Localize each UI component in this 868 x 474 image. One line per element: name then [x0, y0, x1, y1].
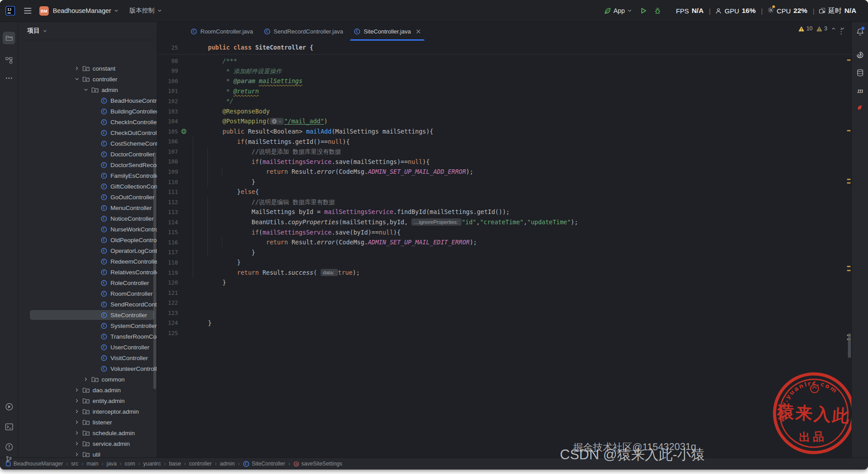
structure-icon[interactable]: [3, 54, 15, 67]
debug-button-icon[interactable]: [654, 7, 661, 15]
project-folder-icon[interactable]: [3, 32, 15, 44]
code-line-122[interactable]: 122: [157, 298, 851, 308]
code-line-105[interactable]: 105 public Result<Boolean> mailAdd(MailS…: [157, 126, 851, 137]
tree-item-BeadHouseController[interactable]: CBeadHouseController: [18, 95, 157, 106]
sticky-header-line[interactable]: 25public class SiteController {: [157, 41, 851, 55]
chevron-right-icon[interactable]: [74, 398, 82, 404]
more-icon[interactable]: [3, 72, 15, 84]
project-panel-header[interactable]: 项目: [18, 22, 157, 40]
tree-item-entity.admin[interactable]: entity.admin: [18, 395, 157, 406]
tree-item-CheckOutController[interactable]: CCheckOutController: [18, 127, 157, 138]
vcs-widget[interactable]: 版本控制: [130, 7, 162, 15]
tree-item-admin[interactable]: admin: [18, 84, 157, 95]
code-line-120[interactable]: 120 }: [157, 277, 851, 288]
tab-SendRecordController.java[interactable]: CSendRecordController.java: [258, 22, 348, 41]
chevron-down-icon[interactable]: [74, 76, 82, 82]
code-line-25[interactable]: 25public class SiteController {: [157, 42, 313, 53]
tree-item-util[interactable]: util: [18, 449, 157, 457]
tree-item-NoticeController[interactable]: CNoticeController: [18, 213, 157, 224]
project-selector[interactable]: BeadhouseManager: [53, 7, 119, 14]
code-viewport[interactable]: 98 /***99 * 添加邮件设置操作100 * @param mailSet…: [157, 56, 851, 338]
code-line-121[interactable]: 121: [157, 288, 851, 298]
code-line-119[interactable]: 119 return Result.success( data: true);: [157, 268, 851, 278]
close-tab-icon[interactable]: [416, 29, 421, 34]
chevron-right-icon[interactable]: [74, 65, 82, 71]
chevron-right-icon[interactable]: [74, 430, 82, 436]
code-line-124[interactable]: 124}: [157, 318, 851, 328]
warnings-group[interactable]: 10: [798, 25, 813, 32]
chevron-right-icon[interactable]: [74, 451, 82, 457]
tree-item-service.admin[interactable]: service.admin: [18, 438, 157, 449]
git-branch-icon[interactable]: [3, 453, 15, 466]
tree-item-OldPeopleController[interactable]: COldPeopleController: [18, 235, 157, 245]
code-line-106[interactable]: 106 if(mailSettings.getId()==null){: [157, 137, 851, 147]
tree-item-DoctorController[interactable]: CDoctorController: [18, 149, 157, 159]
tree-item-SiteController[interactable]: CSiteController: [18, 310, 157, 320]
breadcrumb-controller[interactable]: controller: [189, 461, 212, 467]
code-line-113[interactable]: 113 MailSettings byId = mailSettingsServ…: [157, 207, 851, 217]
chevron-right-icon[interactable]: [74, 408, 82, 415]
tree-item-CostSchemeController[interactable]: CCostSchemeController: [18, 138, 157, 149]
problems-icon[interactable]: [3, 440, 15, 453]
chevron-down-icon[interactable]: [83, 87, 91, 93]
code-line-102[interactable]: 102 */: [157, 96, 851, 106]
tree-item-OperatorLogController[interactable]: COperatorLogController: [18, 245, 157, 256]
breadcrumb-saveSiteSettings[interactable]: msaveSiteSettings: [293, 461, 343, 467]
tree-item-common[interactable]: common: [18, 374, 157, 385]
tree-item-MenuController[interactable]: CMenuController: [18, 202, 157, 213]
chevron-right-icon[interactable]: [83, 376, 91, 382]
tree-item-UserController[interactable]: CUserController: [18, 342, 157, 352]
tree-item-RedeemController[interactable]: CRedeemController: [18, 256, 157, 267]
weak-warnings-group[interactable]: 3: [816, 25, 827, 32]
code-line-116[interactable]: 116 return Result.error(CodeMsg.ADMIN_SE…: [157, 237, 851, 247]
editor-area[interactable]: CRoomController.javaCSendRecordControlle…: [157, 22, 851, 457]
next-problem-icon[interactable]: [840, 26, 845, 31]
tree-item-schedule.admin[interactable]: schedule.admin: [18, 428, 157, 438]
tree-item-interceptor.admin[interactable]: interceptor.admin: [18, 406, 157, 417]
tree-item-GiftCollectionController[interactable]: CGiftCollectionController: [18, 181, 157, 192]
tree-item-NurseWorkController[interactable]: CNurseWorkController: [18, 224, 157, 235]
tree-item-RoomController[interactable]: CRoomController: [18, 288, 157, 299]
tree-item-TransferRoomController[interactable]: CTransferRoomController: [18, 331, 157, 342]
tree-item-VisitController[interactable]: CVisitController: [18, 352, 157, 363]
code-line-98[interactable]: 98 /***: [157, 56, 851, 66]
code-line-125[interactable]: 125: [157, 328, 851, 338]
editor-scrollbar-thumb[interactable]: [848, 333, 851, 358]
chevron-right-icon[interactable]: [74, 440, 82, 447]
breadcrumb-yuanlrc[interactable]: yuanlrc: [143, 461, 161, 467]
code-line-123[interactable]: 123: [157, 308, 851, 318]
tree-item-SendRecordController[interactable]: CSendRecordController: [18, 299, 157, 310]
run-button-icon[interactable]: [640, 7, 647, 14]
code-line-108[interactable]: 108 if(mailSettingsService.save(mailSett…: [157, 157, 851, 167]
notifications-icon[interactable]: [854, 25, 866, 38]
spring-icon[interactable]: [854, 49, 866, 61]
code-line-109[interactable]: 109 return Result.error(CodeMsg.ADMIN_SE…: [157, 167, 851, 177]
code-line-100[interactable]: 100 * @param mailSettings: [157, 76, 851, 86]
tab-RoomController.java[interactable]: CRoomController.java: [185, 22, 258, 41]
code-line-117[interactable]: 117 }: [157, 247, 851, 258]
tree-item-VolunteerController[interactable]: CVolunteerController: [18, 363, 157, 374]
breadcrumb-admin[interactable]: admin: [220, 461, 235, 467]
tree-item-FamilyEsController[interactable]: CFamilyEsController: [18, 170, 157, 181]
tree-item-controller[interactable]: controller: [18, 74, 157, 84]
code-line-103[interactable]: 103 @ResponseBody: [157, 106, 851, 117]
code-line-118[interactable]: 118 }: [157, 257, 851, 268]
breadcrumb-com[interactable]: com: [125, 461, 135, 467]
endpoint-globe-inlay[interactable]: [270, 118, 284, 125]
plugin-icon[interactable]: [854, 101, 866, 114]
tree-item-BuildingController[interactable]: CBuildingController: [18, 106, 157, 117]
tree-item-constant[interactable]: constant: [18, 63, 157, 74]
tree-item-CheckInController[interactable]: CCheckInController: [18, 117, 157, 127]
tab-SiteController.java[interactable]: CSiteController.java: [348, 22, 426, 41]
chevron-right-icon[interactable]: [74, 387, 82, 393]
tree-item-GoOutController[interactable]: CGoOutController: [18, 192, 157, 202]
inspections-widget[interactable]: 10 3: [798, 22, 845, 35]
services-run-icon[interactable]: [3, 400, 15, 413]
run-configuration-selector[interactable]: App: [604, 7, 633, 15]
breadcrumb-base[interactable]: base: [169, 461, 181, 467]
code-line-99[interactable]: 99 * 添加邮件设置操作: [157, 66, 851, 76]
tree-item-RelativesController[interactable]: CRelativesController: [18, 267, 157, 277]
terminal-icon[interactable]: [3, 420, 15, 433]
code-line-104[interactable]: 104 @PostMapping("/mail_add"): [157, 116, 851, 126]
code-line-114[interactable]: 114 BeanUtils.copyProperties(mailSetting…: [157, 217, 851, 227]
